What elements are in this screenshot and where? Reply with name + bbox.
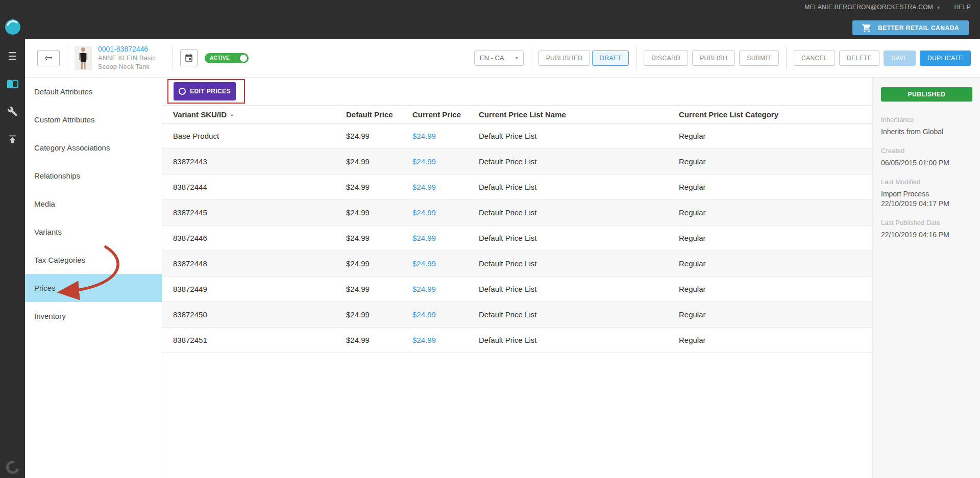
scope-button-label: BETTER RETAIL CANADA <box>878 24 959 32</box>
sidebar-item-inventory[interactable]: Inventory <box>25 302 162 330</box>
current-price-link[interactable]: $24.99 <box>412 259 436 268</box>
sidebar-item-category-associations[interactable]: Category Associations <box>25 134 162 162</box>
column-default-price[interactable]: Default Price <box>335 110 402 119</box>
cell-category: Regular <box>668 336 872 344</box>
current-price-link[interactable]: $24.99 <box>412 157 436 166</box>
top-bar: MELANIE.BERGERON@ORCKESTRA.COM ▾ HELP BE… <box>0 0 980 39</box>
cell-category: Regular <box>668 208 872 217</box>
save-button[interactable]: SAVE <box>884 51 916 66</box>
hamburger-menu-icon[interactable]: ☰ <box>7 50 19 62</box>
last-published-value: 22/10/2019 04:16 PM <box>881 230 972 240</box>
cell-sku: 83872443 <box>162 157 335 166</box>
cell-category: Regular <box>668 234 872 242</box>
product-id-link[interactable]: 0001-83872446 <box>98 45 165 53</box>
current-price-link[interactable]: $24.99 <box>412 336 436 344</box>
column-price-list-category[interactable]: Current Price List Category <box>668 110 872 119</box>
publish-upload-icon[interactable] <box>7 133 19 145</box>
sidebar-item-media[interactable]: Media <box>25 190 162 218</box>
info-panel: PUBLISHED Inheritance Inherits from Glob… <box>873 78 980 478</box>
cell-price-list: Default Price List <box>468 183 668 191</box>
column-variant-sku[interactable]: Variant SKU/ID▲ <box>162 110 335 119</box>
column-current-price[interactable]: Current Price <box>402 110 468 119</box>
tab-draft[interactable]: DRAFT <box>592 51 629 66</box>
sidebar-item-relationships[interactable]: Relationships <box>25 162 162 190</box>
discard-button[interactable]: DISCARD <box>644 51 688 66</box>
top-bar-row: MELANIE.BERGERON@ORCKESTRA.COM ▾ HELP <box>0 0 980 14</box>
language-select[interactable]: EN - CA ▾ <box>474 51 524 66</box>
column-price-list-name[interactable]: Current Price List Name <box>468 110 668 119</box>
nav-rail: ☰ <box>0 39 25 478</box>
current-price-link[interactable]: $24.99 <box>412 132 436 140</box>
user-menu[interactable]: MELANIE.BERGERON@ORCKESTRA.COM ▾ <box>804 4 940 11</box>
published-status-button[interactable]: PUBLISHED <box>881 87 972 102</box>
sidebar-item-default-attributes[interactable]: Default Attributes <box>25 78 162 106</box>
cell-price-list: Default Price List <box>468 285 668 293</box>
product-name: ANNE KLEIN Basic Scoop Neck Tank <box>98 54 165 71</box>
version-tabs: PUBLISHED DRAFT <box>538 51 629 66</box>
cell-price-list: Default Price List <box>468 132 668 140</box>
table-row[interactable]: 83872443 $24.99 $24.99 Default Price Lis… <box>162 149 872 174</box>
sidebar-item-custom-attributes[interactable]: Custom Attributes <box>25 106 162 134</box>
current-price-link[interactable]: $24.99 <box>412 183 436 191</box>
table-row[interactable]: 83872451 $24.99 $24.99 Default Price Lis… <box>162 328 872 353</box>
current-price-link[interactable]: $24.99 <box>412 234 436 242</box>
cell-price-list: Default Price List <box>468 157 668 166</box>
publish-button[interactable]: PUBLISH <box>692 51 735 66</box>
table-row[interactable]: 83872448 $24.99 $24.99 Default Price Lis… <box>162 251 872 276</box>
product-sidebar: Default Attributes Custom Attributes Cat… <box>25 78 162 478</box>
delete-button[interactable]: DELETE <box>839 51 879 66</box>
table-row[interactable]: 83872446 $24.99 $24.99 Default Price Lis… <box>162 225 872 251</box>
toggle-knob <box>240 55 247 62</box>
active-toggle[interactable]: ACTIVE <box>205 53 249 63</box>
cell-price-list: Default Price List <box>468 310 668 319</box>
cell-sku: 83872450 <box>162 310 335 319</box>
inheritance-value: Inherits from Global <box>881 127 972 137</box>
duplicate-button[interactable]: DUPLICATE <box>920 51 971 66</box>
language-value: EN - CA <box>480 54 504 62</box>
chevron-down-icon: ▾ <box>937 5 940 10</box>
cell-sku: 83872444 <box>162 183 335 191</box>
tab-published[interactable]: PUBLISHED <box>538 51 591 66</box>
cell-default-price: $24.99 <box>335 285 402 293</box>
cell-default-price: $24.99 <box>335 336 402 344</box>
product-header-text: 0001-83872446 ANNE KLEIN Basic Scoop Nec… <box>98 45 165 71</box>
last-modified-label: Last Modified <box>881 178 972 186</box>
calendar-button[interactable] <box>180 49 198 66</box>
edit-prices-button[interactable]: EDIT PRICES <box>174 82 236 100</box>
table-row[interactable]: 83872445 $24.99 $24.99 Default Price Lis… <box>162 200 872 225</box>
prices-circle-icon <box>179 88 186 95</box>
cell-default-price: $24.99 <box>335 157 402 166</box>
current-price-link[interactable]: $24.99 <box>412 208 436 217</box>
column-label: Variant SKU/ID <box>173 110 227 119</box>
scope-selector-button[interactable]: BETTER RETAIL CANADA <box>852 20 969 35</box>
current-price-link[interactable]: $24.99 <box>412 285 436 293</box>
sidebar-item-variants[interactable]: Variants <box>25 218 162 246</box>
table-row[interactable]: Base Product $24.99 $24.99 Default Price… <box>162 123 872 149</box>
cell-sku: Base Product <box>162 132 335 140</box>
edit-prices-label: EDIT PRICES <box>190 88 231 95</box>
cancel-button[interactable]: CANCEL <box>794 51 835 66</box>
back-button[interactable]: ⇦ <box>37 50 60 66</box>
sidebar-item-prices[interactable]: Prices <box>25 274 162 302</box>
cell-default-price: $24.99 <box>335 259 402 268</box>
cell-sku: 83872451 <box>162 336 335 344</box>
current-price-link[interactable]: $24.99 <box>412 310 436 319</box>
table-row[interactable]: 83872450 $24.99 $24.99 Default Price Lis… <box>162 302 872 328</box>
loading-spinner-icon <box>4 458 22 476</box>
cell-category: Regular <box>668 259 872 268</box>
cell-sku: 83872449 <box>162 285 335 293</box>
table-row[interactable]: 83872444 $24.99 $24.99 Default Price Lis… <box>162 174 872 200</box>
catalog-book-icon[interactable] <box>7 78 19 90</box>
table-row[interactable]: 83872449 $24.99 $24.99 Default Price Lis… <box>162 276 872 302</box>
app-logo-icon[interactable] <box>5 19 20 35</box>
divider <box>636 46 636 70</box>
help-link[interactable]: HELP <box>954 4 971 11</box>
cell-category: Regular <box>668 183 872 191</box>
sidebar-item-tax-categories[interactable]: Tax Categories <box>25 246 162 274</box>
created-value: 06/05/2015 01:00 PM <box>881 158 972 168</box>
cell-default-price: $24.99 <box>335 310 402 319</box>
chevron-down-icon: ▾ <box>516 55 518 61</box>
cell-price-list: Default Price List <box>468 208 668 217</box>
submit-button[interactable]: SUBMIT <box>739 51 779 66</box>
tools-wrench-icon[interactable] <box>7 105 19 117</box>
